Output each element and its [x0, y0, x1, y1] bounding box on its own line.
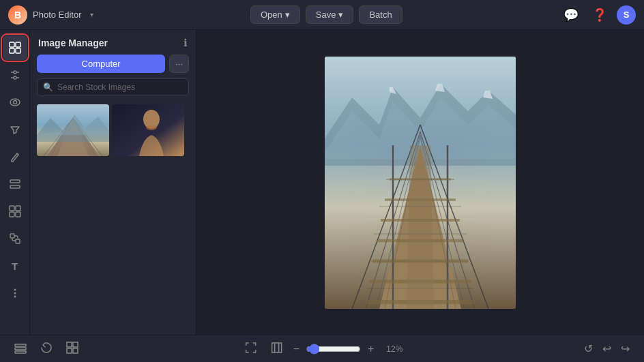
- app-logo[interactable]: B: [8, 5, 27, 25]
- svg-rect-1: [16, 42, 20, 47]
- icon-bar: T: [0, 30, 30, 335]
- svg-rect-70: [67, 348, 72, 353]
- app-name: Photo Editor: [33, 10, 82, 20]
- panel-header: Image Manager ℹ: [30, 30, 196, 55]
- help-icon[interactable]: ❓: [588, 5, 611, 25]
- bottombar-left: [11, 340, 82, 359]
- redo-button[interactable]: ↪: [617, 340, 633, 357]
- save-button[interactable]: Save ▾: [306, 5, 354, 24]
- svg-rect-0: [10, 42, 14, 47]
- svg-point-4: [14, 71, 16, 74]
- zoom-out-button[interactable]: −: [293, 343, 299, 355]
- main-canvas-image: [325, 57, 516, 309]
- layers-view-icon[interactable]: [11, 340, 30, 359]
- search-icon: 🔍: [43, 82, 53, 92]
- retouch-icon: [9, 151, 21, 163]
- svg-rect-19: [16, 239, 20, 243]
- fit-icon[interactable]: [267, 340, 287, 359]
- svg-rect-13: [10, 185, 20, 188]
- svg-rect-68: [67, 342, 72, 347]
- refresh-button[interactable]: ↺: [581, 340, 596, 357]
- panel: Image Manager ℹ Computer ··· 🔍: [30, 30, 196, 335]
- svg-point-21: [14, 292, 16, 295]
- svg-rect-17: [16, 212, 20, 217]
- open-button[interactable]: Open ▾: [250, 5, 300, 24]
- svg-point-34: [146, 125, 157, 130]
- elements-icon: [9, 205, 21, 217]
- svg-point-22: [14, 296, 16, 298]
- comments-icon[interactable]: 💬: [559, 5, 583, 25]
- avatar[interactable]: S: [617, 5, 636, 25]
- svg-rect-14: [10, 206, 14, 211]
- zoom-in-button[interactable]: +: [368, 343, 374, 355]
- svg-rect-69: [73, 342, 78, 347]
- sidebar-item-elements[interactable]: [3, 199, 27, 224]
- more-icon: [9, 287, 21, 299]
- main-bridge-svg: [325, 57, 516, 309]
- smart-replace-icon: [9, 232, 21, 245]
- search-input[interactable]: [57, 82, 183, 92]
- svg-point-20: [14, 289, 16, 291]
- sidebar-item-text[interactable]: T: [3, 254, 27, 278]
- canvas-area: [196, 30, 644, 335]
- search-bar: 🔍: [37, 78, 189, 96]
- svg-rect-72: [272, 343, 282, 352]
- app-chevron-icon: ▾: [90, 11, 93, 18]
- sidebar-item-adjustments[interactable]: [3, 63, 27, 87]
- topbar: B Photo Editor ▾ Open ▾ Save ▾ Batch 💬 ❓…: [0, 0, 644, 30]
- bottombar-right: ↺ ↩ ↪: [581, 340, 633, 357]
- thumbnail-person[interactable]: [112, 104, 184, 156]
- zoom-slider[interactable]: [306, 344, 361, 355]
- sidebar-item-retouch[interactable]: [3, 145, 27, 169]
- svg-rect-66: [15, 348, 26, 350]
- panel-more-button[interactable]: ···: [169, 55, 189, 73]
- panel-controls: Computer ···: [30, 55, 196, 78]
- adjustments-icon: [9, 69, 21, 81]
- layers-icon: [9, 178, 21, 190]
- svg-marker-64: [407, 145, 434, 309]
- grid-icon[interactable]: [63, 340, 82, 359]
- svg-rect-15: [16, 206, 20, 211]
- batch-button[interactable]: Batch: [359, 5, 402, 24]
- sidebar-item-smart-replace[interactable]: [3, 226, 27, 251]
- expand-icon[interactable]: [241, 340, 261, 359]
- bottombar: − + 12% ↺ ↩ ↪: [0, 335, 644, 362]
- sidebar-item-image-manager[interactable]: [3, 35, 27, 60]
- undo-redo-group: ↺ ↩ ↪: [581, 340, 633, 357]
- history-icon[interactable]: [37, 340, 56, 359]
- panel-title: Image Manager: [38, 37, 179, 48]
- thumb-person-svg: [112, 104, 184, 156]
- svg-point-5: [14, 76, 16, 79]
- svg-rect-16: [10, 212, 14, 217]
- sidebar-item-more[interactable]: [3, 281, 27, 305]
- svg-rect-12: [10, 180, 20, 183]
- main-content: T Image Manager ℹ Computer ··· 🔍: [0, 30, 644, 335]
- svg-point-11: [13, 101, 16, 104]
- svg-rect-18: [10, 234, 14, 238]
- sidebar-item-layers[interactable]: [3, 172, 27, 196]
- undo-button[interactable]: ↩: [599, 340, 615, 357]
- zoom-label: 12%: [381, 344, 402, 354]
- bottombar-center: − + 12%: [241, 340, 403, 359]
- svg-rect-3: [16, 48, 20, 53]
- open-chevron-icon: ▾: [285, 10, 290, 20]
- svg-point-10: [10, 99, 20, 106]
- sidebar-item-view[interactable]: [3, 90, 27, 115]
- save-chevron-icon: ▾: [338, 10, 343, 20]
- panel-info-button[interactable]: ℹ: [184, 37, 188, 49]
- svg-rect-67: [15, 351, 26, 353]
- image-thumbnails: [30, 102, 196, 159]
- svg-rect-2: [10, 48, 14, 53]
- computer-button[interactable]: Computer: [37, 55, 165, 73]
- svg-rect-65: [15, 344, 26, 346]
- image-manager-icon: [9, 42, 21, 54]
- svg-rect-71: [73, 348, 78, 353]
- sidebar-item-filters[interactable]: [3, 117, 27, 142]
- thumb-bridge-svg: [37, 104, 109, 156]
- view-icon: [9, 96, 21, 108]
- filters-icon: [9, 123, 21, 136]
- thumbnail-bridge[interactable]: [37, 104, 109, 156]
